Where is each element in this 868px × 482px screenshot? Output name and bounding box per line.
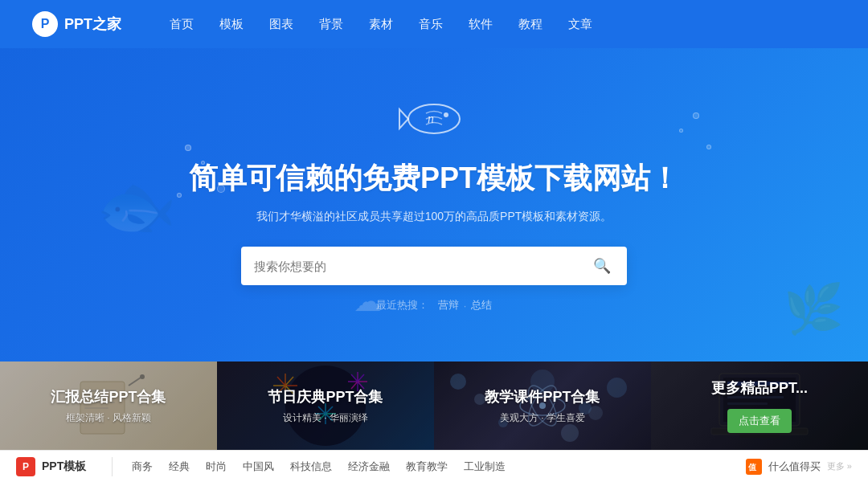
nav-item-chart[interactable]: 图表 [269, 17, 293, 32]
card-1-overlay: 汇报总结PPT合集 框架清晰 · 风格新颖 [0, 362, 217, 450]
footer-cat-3[interactable]: 中国风 [243, 460, 274, 474]
footer-cat-2[interactable]: 时尚 [206, 460, 227, 474]
svg-point-2 [444, 112, 448, 117]
main-nav: 首页 模板 图表 背景 素材 音乐 软件 教程 文章 [170, 17, 592, 32]
footer-logo-area: P PPT模板 [16, 457, 113, 476]
banner-cards: 汇报总结PPT合集 框架清晰 · 风格新颖 [0, 362, 868, 450]
hot-tag-1[interactable]: 营辩 [438, 298, 459, 312]
deco-circle-6 [679, 129, 683, 133]
footer-categories: 商务 经典 时尚 中国风 科技信息 经济金融 教育教学 工业制造 [132, 460, 746, 474]
footer-logo-text: PPT模板 [42, 460, 86, 474]
banner-card-4[interactable]: 更多精品PPT... 点击查看 [651, 362, 868, 450]
banner-card-1[interactable]: 汇报总结PPT合集 框架清晰 · 风格新颖 [0, 362, 217, 450]
deco-circle-7 [706, 145, 711, 149]
search-bar: 🔍 [241, 247, 627, 285]
search-input[interactable] [254, 259, 590, 273]
card-3-overlay: 教学课件PPT合集 美观大方 · 学生喜爱 [434, 362, 651, 450]
nav-item-music[interactable]: 音乐 [419, 17, 443, 32]
card-1-sub: 框架清晰 · 风格新颖 [66, 411, 151, 425]
hero-fish-icon: n [398, 97, 470, 141]
footer-logo-icon: P [16, 457, 35, 476]
card-2-sub: 设计精美 · 华丽演绎 [283, 411, 368, 425]
tree-right-deco: 🌿 [784, 280, 844, 337]
footer-brand[interactable]: 什么值得买 [768, 460, 821, 474]
deco-circle-5 [693, 112, 699, 119]
card-1-title: 汇报总结PPT合集 [51, 387, 166, 406]
hot-search: 最近热搜： 营辩 · 总结 [376, 298, 493, 312]
deco-circle-1 [185, 145, 191, 151]
banner-card-2[interactable]: 节日庆典PPT合集 设计精美 · 华丽演绎 [217, 362, 434, 450]
nav-item-home[interactable]: 首页 [170, 17, 194, 32]
card-4-overlay: 更多精品PPT... 点击查看 [651, 362, 868, 450]
nav-item-tutorial[interactable]: 教程 [518, 17, 542, 32]
footer-cat-1[interactable]: 经典 [169, 460, 190, 474]
card-3-sub: 美观大方 · 学生喜爱 [500, 411, 585, 425]
nav-item-template[interactable]: 模板 [219, 17, 244, 32]
banner-card-3[interactable]: 教学课件PPT合集 美观大方 · 学生喜爱 [434, 362, 651, 450]
footer-cat-6[interactable]: 教育教学 [406, 460, 448, 474]
search-button[interactable]: 🔍 [590, 254, 614, 278]
logo-area[interactable]: P PPT之家 [32, 11, 121, 37]
footer-bar: P PPT模板 商务 经典 时尚 中国风 科技信息 经济金融 教育教学 工业制造… [0, 450, 868, 482]
footer-right: 值 什么值得买 更多 » [746, 459, 852, 475]
card-2-overlay: 节日庆典PPT合集 设计精美 · 华丽演绎 [217, 362, 434, 450]
zhide-icon: 值 [746, 459, 762, 475]
fish-left-deco: 🐟 [96, 169, 177, 244]
nav-item-article[interactable]: 文章 [568, 17, 592, 32]
header: P PPT之家 首页 模板 图表 背景 素材 音乐 软件 教程 文章 [0, 0, 868, 48]
deco-circle-2 [201, 161, 205, 165]
card-2-title: 节日庆典PPT合集 [268, 387, 383, 406]
hot-search-label: 最近热搜： [376, 298, 428, 312]
hero-title: 简单可信赖的免费PPT模板下载网站！ [189, 159, 679, 198]
footer-more-text: 更多 » [827, 460, 852, 472]
svg-text:值: 值 [747, 463, 757, 472]
svg-point-0 [408, 104, 460, 133]
deco-circle-4 [217, 185, 225, 193]
svg-marker-1 [399, 109, 408, 129]
deco-circle-3 [177, 193, 182, 198]
nav-item-material[interactable]: 素材 [369, 17, 393, 32]
nav-item-software[interactable]: 软件 [469, 17, 493, 32]
logo-text: PPT之家 [64, 14, 121, 34]
logo-icon: P [32, 11, 58, 37]
footer-cat-4[interactable]: 科技信息 [290, 460, 332, 474]
footer-cat-7[interactable]: 工业制造 [464, 460, 506, 474]
footer-cat-5[interactable]: 经济金融 [348, 460, 390, 474]
svg-text:n: n [428, 112, 434, 125]
footer-cat-0[interactable]: 商务 [132, 460, 153, 474]
hero-section: 🐟 ☁ 🌿 n 简单可信赖的免费PPT模板下载网站！ 我们才华横溢的社区成员共享… [0, 48, 868, 362]
nav-item-bg[interactable]: 背景 [319, 17, 343, 32]
card-4-title: 更多精品PPT... [711, 378, 808, 398]
hero-logo-area: n [398, 97, 470, 145]
card-3-title: 教学课件PPT合集 [485, 387, 600, 406]
hot-tag-2[interactable]: 总结 [471, 298, 492, 312]
hero-subtitle: 我们才华横溢的社区成员共享超过100万的高品质PPT模板和素材资源。 [256, 210, 612, 224]
card-4-btn[interactable]: 点击查看 [727, 409, 792, 433]
